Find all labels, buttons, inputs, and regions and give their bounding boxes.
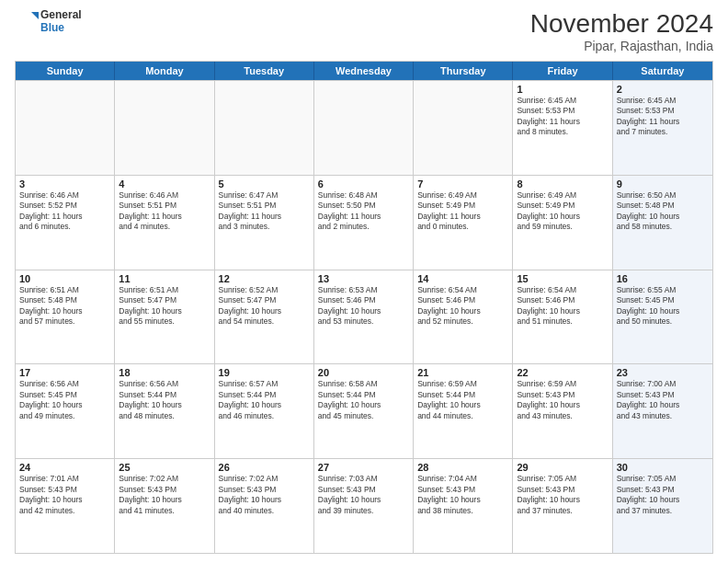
day-number-27: 27 [318, 462, 409, 473]
week-row-2: 3Sunrise: 6:46 AM Sunset: 5:52 PM Daylig… [16, 175, 712, 270]
week-row-4: 17Sunrise: 6:56 AM Sunset: 5:45 PM Dayli… [16, 363, 712, 458]
day-cell-15: 15Sunrise: 6:54 AM Sunset: 5:46 PM Dayli… [513, 270, 612, 364]
day-info-26: Sunrise: 7:02 AM Sunset: 5:43 PM Dayligh… [219, 474, 310, 516]
day-cell-14: 14Sunrise: 6:54 AM Sunset: 5:46 PM Dayli… [414, 270, 513, 364]
day-number-25: 25 [119, 462, 210, 473]
day-number-5: 5 [219, 178, 310, 190]
day-info-28: Sunrise: 7:04 AM Sunset: 5:43 PM Dayligh… [417, 474, 508, 516]
day-number-3: 3 [19, 178, 110, 190]
day-cell-6: 6Sunrise: 6:48 AM Sunset: 5:50 PM Daylig… [314, 176, 414, 270]
day-info-16: Sunrise: 6:55 AM Sunset: 5:45 PM Dayligh… [617, 285, 709, 327]
day-cell-12: 12Sunrise: 6:52 AM Sunset: 5:47 PM Dayli… [215, 270, 314, 364]
title-block: November 2024 Pipar, Rajasthan, India [530, 9, 713, 53]
day-number-17: 17 [19, 367, 110, 378]
day-number-16: 16 [617, 273, 709, 284]
day-cell-20: 20Sunrise: 6:58 AM Sunset: 5:44 PM Dayli… [314, 364, 414, 458]
day-info-21: Sunrise: 6:59 AM Sunset: 5:44 PM Dayligh… [417, 379, 508, 421]
day-info-1: Sunrise: 6:45 AM Sunset: 5:53 PM Dayligh… [517, 96, 608, 138]
page: General Blue November 2024 Pipar, Rajast… [0, 0, 728, 563]
day-cell-10: 10Sunrise: 6:51 AM Sunset: 5:48 PM Dayli… [16, 270, 115, 364]
day-cell-16: 16Sunrise: 6:55 AM Sunset: 5:45 PM Dayli… [613, 270, 712, 364]
day-info-27: Sunrise: 7:03 AM Sunset: 5:43 PM Dayligh… [318, 474, 409, 516]
page-title: November 2024 [530, 9, 713, 39]
day-number-6: 6 [318, 178, 409, 190]
day-cell-24: 24Sunrise: 7:01 AM Sunset: 5:43 PM Dayli… [16, 459, 115, 553]
day-number-19: 19 [219, 367, 310, 378]
day-number-13: 13 [318, 273, 409, 284]
day-info-8: Sunrise: 6:49 AM Sunset: 5:49 PM Dayligh… [517, 190, 608, 233]
logo-text: General Blue [15, 9, 82, 35]
day-info-19: Sunrise: 6:57 AM Sunset: 5:44 PM Dayligh… [219, 379, 310, 421]
header-monday: Monday [115, 62, 214, 80]
day-number-22: 22 [517, 367, 608, 378]
day-number-30: 30 [617, 462, 709, 473]
day-number-7: 7 [417, 178, 508, 190]
day-cell-22: 22Sunrise: 6:59 AM Sunset: 5:43 PM Dayli… [513, 364, 612, 458]
day-info-6: Sunrise: 6:48 AM Sunset: 5:50 PM Dayligh… [318, 190, 409, 233]
day-info-17: Sunrise: 6:56 AM Sunset: 5:45 PM Dayligh… [19, 379, 110, 421]
day-cell-1: 1Sunrise: 6:45 AM Sunset: 5:53 PM Daylig… [513, 81, 612, 175]
header-thursday: Thursday [414, 62, 513, 80]
day-cell-18: 18Sunrise: 6:56 AM Sunset: 5:44 PM Dayli… [115, 364, 214, 458]
day-cell-13: 13Sunrise: 6:53 AM Sunset: 5:46 PM Dayli… [314, 270, 414, 364]
day-cell-27: 27Sunrise: 7:03 AM Sunset: 5:43 PM Dayli… [314, 459, 414, 553]
header-saturday: Saturday [613, 62, 712, 80]
day-info-29: Sunrise: 7:05 AM Sunset: 5:43 PM Dayligh… [517, 474, 608, 516]
day-cell-25: 25Sunrise: 7:02 AM Sunset: 5:43 PM Dayli… [115, 459, 214, 553]
day-number-15: 15 [517, 273, 608, 284]
day-info-9: Sunrise: 6:50 AM Sunset: 5:48 PM Dayligh… [617, 190, 709, 233]
logo: General Blue [15, 9, 82, 35]
day-info-24: Sunrise: 7:01 AM Sunset: 5:43 PM Dayligh… [19, 474, 110, 516]
logo-general: General [40, 9, 82, 22]
day-cell-29: 29Sunrise: 7:05 AM Sunset: 5:43 PM Dayli… [513, 459, 612, 553]
calendar: SundayMondayTuesdayWednesdayThursdayFrid… [15, 61, 713, 554]
page-subtitle: Pipar, Rajasthan, India [530, 39, 713, 53]
day-number-12: 12 [219, 273, 310, 284]
day-number-14: 14 [417, 273, 508, 284]
day-cell-28: 28Sunrise: 7:04 AM Sunset: 5:43 PM Dayli… [414, 459, 513, 553]
day-info-5: Sunrise: 6:47 AM Sunset: 5:51 PM Dayligh… [219, 190, 310, 233]
header-wednesday: Wednesday [314, 62, 414, 80]
day-number-21: 21 [417, 367, 508, 378]
day-cell-21: 21Sunrise: 6:59 AM Sunset: 5:44 PM Dayli… [414, 364, 513, 458]
day-info-4: Sunrise: 6:46 AM Sunset: 5:51 PM Dayligh… [119, 190, 210, 233]
day-number-28: 28 [417, 462, 508, 473]
day-cell-4: 4Sunrise: 6:46 AM Sunset: 5:51 PM Daylig… [115, 176, 214, 270]
day-number-8: 8 [517, 178, 608, 190]
day-cell-9: 9Sunrise: 6:50 AM Sunset: 5:48 PM Daylig… [613, 176, 712, 270]
week-row-1: 1Sunrise: 6:45 AM Sunset: 5:53 PM Daylig… [16, 80, 712, 175]
day-cell-3: 3Sunrise: 6:46 AM Sunset: 5:52 PM Daylig… [16, 176, 115, 270]
day-cell-8: 8Sunrise: 6:49 AM Sunset: 5:49 PM Daylig… [513, 176, 612, 270]
day-info-15: Sunrise: 6:54 AM Sunset: 5:46 PM Dayligh… [517, 285, 608, 327]
day-number-11: 11 [119, 273, 210, 284]
header: General Blue November 2024 Pipar, Rajast… [15, 9, 713, 53]
day-number-24: 24 [19, 462, 110, 473]
empty-cell-w1-d5 [414, 81, 513, 175]
day-number-20: 20 [318, 367, 409, 378]
empty-cell-w1-d2 [115, 81, 214, 175]
day-cell-7: 7Sunrise: 6:49 AM Sunset: 5:49 PM Daylig… [414, 176, 513, 270]
day-number-9: 9 [617, 178, 709, 190]
day-info-20: Sunrise: 6:58 AM Sunset: 5:44 PM Dayligh… [318, 379, 409, 421]
day-info-3: Sunrise: 6:46 AM Sunset: 5:52 PM Dayligh… [19, 190, 110, 233]
day-info-11: Sunrise: 6:51 AM Sunset: 5:47 PM Dayligh… [119, 285, 210, 327]
day-cell-11: 11Sunrise: 6:51 AM Sunset: 5:47 PM Dayli… [115, 270, 214, 364]
empty-cell-w1-d1 [16, 81, 115, 175]
day-info-12: Sunrise: 6:52 AM Sunset: 5:47 PM Dayligh… [219, 285, 310, 327]
day-info-10: Sunrise: 6:51 AM Sunset: 5:48 PM Dayligh… [19, 285, 110, 327]
day-info-7: Sunrise: 6:49 AM Sunset: 5:49 PM Dayligh… [417, 190, 508, 233]
day-number-1: 1 [517, 84, 608, 95]
day-info-25: Sunrise: 7:02 AM Sunset: 5:43 PM Dayligh… [119, 474, 210, 516]
day-number-29: 29 [517, 462, 608, 473]
day-number-26: 26 [219, 462, 310, 473]
day-info-23: Sunrise: 7:00 AM Sunset: 5:43 PM Dayligh… [617, 379, 709, 421]
header-friday: Friday [513, 62, 612, 80]
day-number-4: 4 [119, 178, 210, 190]
empty-cell-w1-d4 [314, 81, 414, 175]
calendar-body: 1Sunrise: 6:45 AM Sunset: 5:53 PM Daylig… [16, 80, 712, 553]
calendar-header-row: SundayMondayTuesdayWednesdayThursdayFrid… [16, 62, 712, 80]
day-cell-2: 2Sunrise: 6:45 AM Sunset: 5:53 PM Daylig… [613, 81, 712, 175]
header-sunday: Sunday [16, 62, 115, 80]
day-cell-23: 23Sunrise: 7:00 AM Sunset: 5:43 PM Dayli… [613, 364, 712, 458]
day-cell-17: 17Sunrise: 6:56 AM Sunset: 5:45 PM Dayli… [16, 364, 115, 458]
